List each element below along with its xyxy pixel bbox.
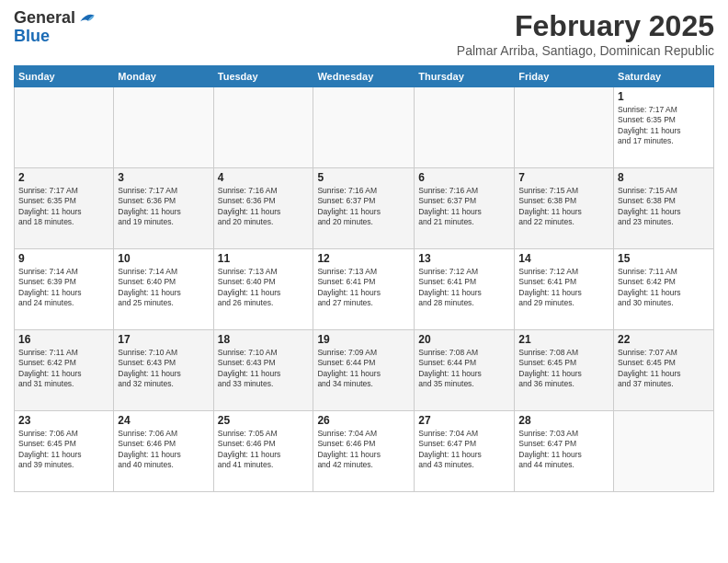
day-info: Sunrise: 7:15 AMSunset: 6:38 PMDaylight:…	[518, 186, 609, 228]
calendar-day-cell: 8Sunrise: 7:15 AMSunset: 6:38 PMDaylight…	[614, 168, 714, 249]
day-number: 11	[218, 252, 310, 265]
day-number: 27	[418, 414, 510, 427]
calendar-day-cell: 23Sunrise: 7:06 AMSunset: 6:45 PMDayligh…	[15, 411, 114, 492]
day-info: Sunrise: 7:13 AMSunset: 6:40 PMDaylight:…	[218, 267, 310, 309]
month-title: February 2025	[457, 9, 714, 43]
weekday-header-wednesday: Wednesday	[313, 66, 415, 87]
calendar-day-cell: 26Sunrise: 7:04 AMSunset: 6:46 PMDayligh…	[313, 411, 415, 492]
weekday-header-friday: Friday	[515, 66, 614, 87]
calendar-week-row: 16Sunrise: 7:11 AMSunset: 6:42 PMDayligh…	[15, 330, 714, 411]
calendar-day-cell: 13Sunrise: 7:12 AMSunset: 6:41 PMDayligh…	[415, 249, 515, 330]
calendar-week-row: 1Sunrise: 7:17 AMSunset: 6:35 PMDaylight…	[15, 87, 714, 168]
day-info: Sunrise: 7:16 AMSunset: 6:37 PMDaylight:…	[317, 186, 410, 228]
day-info: Sunrise: 7:10 AMSunset: 6:43 PMDaylight:…	[218, 348, 310, 390]
day-info: Sunrise: 7:11 AMSunset: 6:42 PMDaylight:…	[618, 267, 710, 309]
calendar-day-cell: 14Sunrise: 7:12 AMSunset: 6:41 PMDayligh…	[515, 249, 614, 330]
day-info: Sunrise: 7:04 AMSunset: 6:46 PMDaylight:…	[317, 429, 410, 471]
weekday-header-saturday: Saturday	[614, 66, 714, 87]
day-info: Sunrise: 7:07 AMSunset: 6:45 PMDaylight:…	[618, 348, 710, 390]
day-info: Sunrise: 7:11 AMSunset: 6:42 PMDaylight:…	[18, 348, 109, 390]
calendar-day-cell: 12Sunrise: 7:13 AMSunset: 6:41 PMDayligh…	[313, 249, 415, 330]
day-number: 5	[317, 171, 410, 184]
weekday-header-thursday: Thursday	[415, 66, 515, 87]
calendar-day-cell: 17Sunrise: 7:10 AMSunset: 6:43 PMDayligh…	[114, 330, 213, 411]
day-info: Sunrise: 7:08 AMSunset: 6:45 PMDaylight:…	[518, 348, 609, 390]
day-info: Sunrise: 7:05 AMSunset: 6:46 PMDaylight:…	[218, 429, 310, 471]
calendar-day-cell: 21Sunrise: 7:08 AMSunset: 6:45 PMDayligh…	[515, 330, 614, 411]
weekday-header-tuesday: Tuesday	[213, 66, 313, 87]
calendar-day-cell: 6Sunrise: 7:16 AMSunset: 6:37 PMDaylight…	[415, 168, 515, 249]
calendar-day-cell: 24Sunrise: 7:06 AMSunset: 6:46 PMDayligh…	[114, 411, 213, 492]
header: General Blue February 2025 Palmar Arriba…	[14, 9, 714, 58]
calendar-week-row: 23Sunrise: 7:06 AMSunset: 6:45 PMDayligh…	[15, 411, 714, 492]
day-info: Sunrise: 7:09 AMSunset: 6:44 PMDaylight:…	[317, 348, 410, 390]
day-number: 14	[518, 252, 609, 265]
day-info: Sunrise: 7:17 AMSunset: 6:35 PMDaylight:…	[618, 105, 710, 147]
day-info: Sunrise: 7:12 AMSunset: 6:41 PMDaylight:…	[418, 267, 510, 309]
weekday-header-monday: Monday	[114, 66, 213, 87]
day-number: 7	[518, 171, 609, 184]
calendar-day-cell: 2Sunrise: 7:17 AMSunset: 6:35 PMDaylight…	[15, 168, 114, 249]
calendar-week-row: 9Sunrise: 7:14 AMSunset: 6:39 PMDaylight…	[15, 249, 714, 330]
day-info: Sunrise: 7:04 AMSunset: 6:47 PMDaylight:…	[418, 429, 510, 471]
day-number: 4	[218, 171, 310, 184]
day-number: 23	[18, 414, 109, 427]
day-number: 25	[218, 414, 310, 427]
calendar-day-cell	[15, 87, 114, 168]
calendar-day-cell: 18Sunrise: 7:10 AMSunset: 6:43 PMDayligh…	[213, 330, 313, 411]
day-info: Sunrise: 7:13 AMSunset: 6:41 PMDaylight:…	[317, 267, 410, 309]
day-info: Sunrise: 7:12 AMSunset: 6:41 PMDaylight:…	[518, 267, 609, 309]
calendar-day-cell: 19Sunrise: 7:09 AMSunset: 6:44 PMDayligh…	[313, 330, 415, 411]
day-number: 10	[118, 252, 209, 265]
calendar-day-cell	[313, 87, 415, 168]
weekday-header-sunday: Sunday	[15, 66, 114, 87]
title-block: February 2025 Palmar Arriba, Santiago, D…	[457, 9, 714, 58]
calendar-day-cell: 7Sunrise: 7:15 AMSunset: 6:38 PMDaylight…	[515, 168, 614, 249]
day-info: Sunrise: 7:14 AMSunset: 6:39 PMDaylight:…	[18, 267, 109, 309]
calendar-day-cell: 25Sunrise: 7:05 AMSunset: 6:46 PMDayligh…	[213, 411, 313, 492]
calendar-day-cell: 20Sunrise: 7:08 AMSunset: 6:44 PMDayligh…	[415, 330, 515, 411]
calendar-table: SundayMondayTuesdayWednesdayThursdayFrid…	[14, 65, 714, 492]
calendar-day-cell: 3Sunrise: 7:17 AMSunset: 6:36 PMDaylight…	[114, 168, 213, 249]
day-number: 20	[418, 333, 510, 346]
calendar-week-row: 2Sunrise: 7:17 AMSunset: 6:35 PMDaylight…	[15, 168, 714, 249]
day-number: 26	[317, 414, 410, 427]
day-info: Sunrise: 7:06 AMSunset: 6:45 PMDaylight:…	[18, 429, 109, 471]
day-info: Sunrise: 7:06 AMSunset: 6:46 PMDaylight:…	[118, 429, 209, 471]
subtitle: Palmar Arriba, Santiago, Dominican Repub…	[457, 43, 714, 58]
day-info: Sunrise: 7:15 AMSunset: 6:38 PMDaylight:…	[618, 186, 710, 228]
day-info: Sunrise: 7:08 AMSunset: 6:44 PMDaylight:…	[418, 348, 510, 390]
calendar-day-cell: 5Sunrise: 7:16 AMSunset: 6:37 PMDaylight…	[313, 168, 415, 249]
day-number: 22	[618, 333, 710, 346]
day-number: 1	[618, 90, 710, 103]
day-number: 28	[518, 414, 609, 427]
day-info: Sunrise: 7:17 AMSunset: 6:35 PMDaylight:…	[18, 186, 109, 228]
calendar-day-cell: 11Sunrise: 7:13 AMSunset: 6:40 PMDayligh…	[213, 249, 313, 330]
day-number: 19	[317, 333, 410, 346]
calendar-day-cell: 22Sunrise: 7:07 AMSunset: 6:45 PMDayligh…	[614, 330, 714, 411]
day-number: 3	[118, 171, 209, 184]
day-info: Sunrise: 7:03 AMSunset: 6:47 PMDaylight:…	[518, 429, 609, 471]
day-info: Sunrise: 7:16 AMSunset: 6:37 PMDaylight:…	[418, 186, 510, 228]
page: General Blue February 2025 Palmar Arriba…	[0, 0, 728, 563]
day-info: Sunrise: 7:10 AMSunset: 6:43 PMDaylight:…	[118, 348, 209, 390]
weekday-header-row: SundayMondayTuesdayWednesdayThursdayFrid…	[15, 66, 714, 87]
calendar-day-cell: 10Sunrise: 7:14 AMSunset: 6:40 PMDayligh…	[114, 249, 213, 330]
calendar-day-cell	[515, 87, 614, 168]
logo-blue-text: Blue	[14, 28, 96, 46]
day-number: 15	[618, 252, 710, 265]
calendar-day-cell	[415, 87, 515, 168]
day-number: 16	[18, 333, 109, 346]
calendar-day-cell: 15Sunrise: 7:11 AMSunset: 6:42 PMDayligh…	[614, 249, 714, 330]
day-number: 8	[618, 171, 710, 184]
logo-general-text: General	[14, 9, 75, 28]
logo-bird-icon	[77, 9, 96, 28]
day-info: Sunrise: 7:17 AMSunset: 6:36 PMDaylight:…	[118, 186, 209, 228]
day-number: 24	[118, 414, 209, 427]
calendar-day-cell: 27Sunrise: 7:04 AMSunset: 6:47 PMDayligh…	[415, 411, 515, 492]
day-info: Sunrise: 7:14 AMSunset: 6:40 PMDaylight:…	[118, 267, 209, 309]
day-number: 17	[118, 333, 209, 346]
day-number: 6	[418, 171, 510, 184]
calendar-day-cell	[213, 87, 313, 168]
logo: General Blue	[14, 9, 96, 46]
